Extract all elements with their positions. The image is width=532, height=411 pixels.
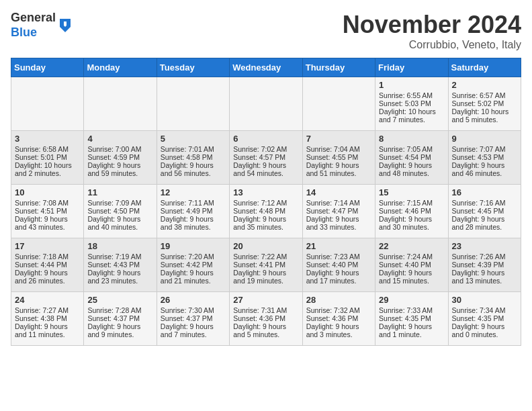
day-number: 11 — [87, 187, 152, 197]
day-info: Daylight: 9 hours and 59 minutes. — [87, 161, 152, 177]
day-info: Sunrise: 7:30 AM — [161, 306, 226, 314]
day-info: Sunrise: 7:22 AM — [233, 253, 298, 261]
day-info: Sunset: 4:36 PM — [233, 314, 298, 322]
day-info: Sunset: 5:03 PM — [379, 99, 444, 107]
day-info: Sunrise: 7:14 AM — [306, 199, 371, 207]
calendar-week-row: 10Sunrise: 7:08 AMSunset: 4:51 PMDayligh… — [11, 185, 521, 238]
day-info: Daylight: 10 hours and 2 minutes. — [15, 161, 80, 177]
day-info: Sunset: 4:35 PM — [452, 314, 517, 322]
calendar-cell: 1Sunrise: 6:55 AMSunset: 5:03 PMDaylight… — [375, 77, 448, 131]
day-info: Sunset: 4:35 PM — [379, 314, 444, 322]
day-number: 2 — [452, 80, 517, 90]
day-info: Sunset: 4:41 PM — [233, 261, 298, 269]
day-info: Sunrise: 7:23 AM — [306, 253, 371, 261]
logo: General Blue — [11, 11, 73, 40]
day-info: Sunset: 4:57 PM — [233, 153, 298, 161]
calendar-cell: 8Sunrise: 7:05 AMSunset: 4:54 PMDaylight… — [375, 131, 448, 185]
calendar-cell — [84, 77, 157, 131]
day-info: Sunrise: 7:16 AM — [452, 199, 517, 207]
day-info: Daylight: 9 hours and 3 minutes. — [306, 322, 371, 338]
day-number: 20 — [233, 241, 298, 251]
day-info: Sunset: 4:43 PM — [87, 261, 152, 269]
day-info: Sunrise: 6:57 AM — [452, 91, 517, 99]
day-info: Daylight: 9 hours and 43 minutes. — [15, 215, 80, 231]
day-number: 1 — [379, 80, 444, 90]
calendar-cell: 11Sunrise: 7:09 AMSunset: 4:50 PMDayligh… — [84, 185, 157, 238]
day-info: Sunset: 4:46 PM — [379, 207, 444, 215]
day-info: Sunrise: 7:32 AM — [306, 306, 371, 314]
day-info: Sunset: 4:51 PM — [15, 207, 80, 215]
day-number: 19 — [161, 241, 226, 251]
calendar-header-tuesday: Tuesday — [157, 58, 229, 77]
day-number: 5 — [161, 134, 226, 144]
title-area: November 2024 Corrubbio, Veneto, Italy — [343, 11, 521, 51]
day-number: 16 — [452, 187, 517, 197]
day-info: Sunrise: 7:04 AM — [306, 145, 371, 153]
logo-icon — [57, 16, 73, 35]
day-info: Sunset: 4:53 PM — [452, 153, 517, 161]
calendar-cell: 15Sunrise: 7:15 AMSunset: 4:46 PMDayligh… — [375, 185, 448, 238]
day-info: Daylight: 9 hours and 30 minutes. — [379, 215, 444, 231]
day-info: Daylight: 9 hours and 19 minutes. — [233, 269, 298, 285]
day-info: Daylight: 9 hours and 13 minutes. — [452, 269, 517, 285]
calendar-cell: 30Sunrise: 7:34 AMSunset: 4:35 PMDayligh… — [448, 292, 521, 346]
day-number: 28 — [306, 295, 371, 305]
calendar-header-row: SundayMondayTuesdayWednesdayThursdayFrid… — [11, 58, 521, 77]
day-info: Daylight: 9 hours and 15 minutes. — [379, 269, 444, 285]
calendar-cell: 12Sunrise: 7:11 AMSunset: 4:49 PMDayligh… — [157, 185, 229, 238]
day-info: Sunrise: 7:08 AM — [15, 199, 80, 207]
day-number: 27 — [233, 295, 298, 305]
day-number: 26 — [161, 295, 226, 305]
day-info: Sunset: 4:54 PM — [379, 153, 444, 161]
day-number: 14 — [306, 187, 371, 197]
day-info: Daylight: 9 hours and 35 minutes. — [233, 215, 298, 231]
calendar-cell: 2Sunrise: 6:57 AMSunset: 5:02 PMDaylight… — [448, 77, 521, 131]
calendar-table: SundayMondayTuesdayWednesdayThursdayFrid… — [11, 58, 521, 346]
day-number: 8 — [379, 134, 444, 144]
day-info: Daylight: 9 hours and 21 minutes. — [161, 269, 226, 285]
calendar-cell: 6Sunrise: 7:02 AMSunset: 4:57 PMDaylight… — [230, 131, 302, 185]
day-info: Daylight: 9 hours and 56 minutes. — [161, 161, 226, 177]
day-info: Daylight: 9 hours and 11 minutes. — [15, 322, 80, 338]
location: Corrubbio, Veneto, Italy — [343, 39, 521, 51]
day-info: Daylight: 9 hours and 0 minutes. — [452, 322, 517, 338]
calendar-cell: 4Sunrise: 7:00 AMSunset: 4:59 PMDaylight… — [84, 131, 157, 185]
calendar-cell: 22Sunrise: 7:24 AMSunset: 4:40 PMDayligh… — [375, 238, 448, 292]
day-info: Daylight: 9 hours and 28 minutes. — [452, 215, 517, 231]
day-info: Sunrise: 7:26 AM — [452, 253, 517, 261]
day-info: Sunset: 4:37 PM — [161, 314, 226, 322]
day-number: 7 — [306, 134, 371, 144]
day-info: Sunrise: 7:28 AM — [87, 306, 152, 314]
month-title: November 2024 — [343, 11, 521, 39]
calendar-header-thursday: Thursday — [302, 58, 375, 77]
day-info: Daylight: 9 hours and 48 minutes. — [379, 161, 444, 177]
calendar-cell: 24Sunrise: 7:27 AMSunset: 4:38 PMDayligh… — [11, 292, 84, 346]
calendar-cell: 3Sunrise: 6:58 AMSunset: 5:01 PMDaylight… — [11, 131, 84, 185]
day-info: Sunrise: 7:18 AM — [15, 253, 80, 261]
calendar-cell: 26Sunrise: 7:30 AMSunset: 4:37 PMDayligh… — [157, 292, 229, 346]
day-info: Daylight: 9 hours and 33 minutes. — [306, 215, 371, 231]
calendar-week-row: 3Sunrise: 6:58 AMSunset: 5:01 PMDaylight… — [11, 131, 521, 185]
day-number: 25 — [87, 295, 152, 305]
calendar-cell — [302, 77, 375, 131]
page-header: General Blue November 2024 Corrubbio, Ve… — [11, 11, 521, 51]
day-info: Sunrise: 7:27 AM — [15, 306, 80, 314]
calendar-cell: 27Sunrise: 7:31 AMSunset: 4:36 PMDayligh… — [230, 292, 302, 346]
day-number: 21 — [306, 241, 371, 251]
day-info: Sunset: 4:40 PM — [379, 261, 444, 269]
day-info: Sunset: 4:38 PM — [15, 314, 80, 322]
day-info: Sunset: 4:47 PM — [306, 207, 371, 215]
day-info: Sunrise: 7:19 AM — [87, 253, 152, 261]
day-info: Sunrise: 7:31 AM — [233, 306, 298, 314]
day-info: Sunrise: 7:09 AM — [87, 199, 152, 207]
calendar-cell — [230, 77, 302, 131]
day-info: Daylight: 9 hours and 1 minute. — [379, 322, 444, 338]
day-info: Sunset: 4:48 PM — [233, 207, 298, 215]
calendar-header-monday: Monday — [84, 58, 157, 77]
day-info: Daylight: 9 hours and 17 minutes. — [306, 269, 371, 285]
calendar-week-row: 1Sunrise: 6:55 AMSunset: 5:03 PMDaylight… — [11, 77, 521, 131]
day-info: Daylight: 9 hours and 46 minutes. — [452, 161, 517, 177]
day-info: Sunrise: 7:11 AM — [161, 199, 226, 207]
day-info: Sunset: 5:02 PM — [452, 99, 517, 107]
day-info: Sunrise: 7:00 AM — [87, 145, 152, 153]
